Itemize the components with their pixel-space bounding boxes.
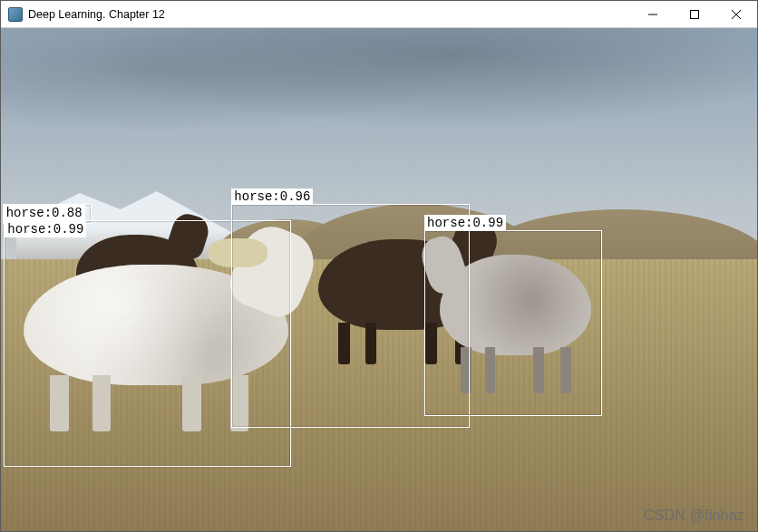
close-button[interactable] [715,1,757,28]
maximize-button[interactable] [674,1,715,28]
detection-label: horse:0.99 [5,221,86,237]
detection-label: horse:0.96 [231,189,313,205]
maximize-icon [690,10,699,19]
detection-label: horse:0.99 [424,215,506,231]
titlebar[interactable]: Deep Learning. Chapter 12 [1,1,757,28]
svg-rect-1 [691,10,699,18]
detection-box: horse:0.99 [424,230,602,416]
minimize-icon [648,10,657,19]
close-icon [732,10,741,19]
image-viewport: horse:0.88 horse:0.99 horse:0.96 horse:0… [1,28,757,531]
window-title: Deep Learning. Chapter 12 [28,8,172,21]
detection-label: horse:0.88 [4,205,85,221]
app-window: Deep Learning. Chapter 12 [0,0,758,532]
minimize-button[interactable] [632,1,674,28]
app-icon [8,7,23,22]
clouds [1,28,757,159]
